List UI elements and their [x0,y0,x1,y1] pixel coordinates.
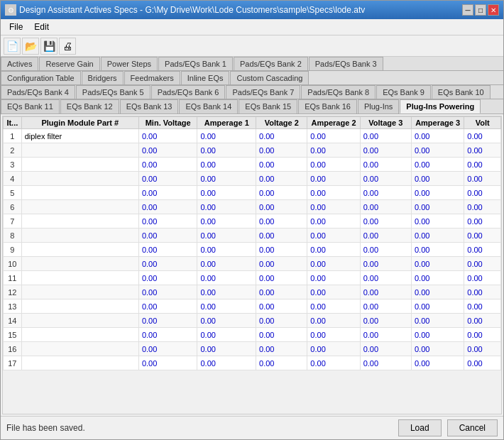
title-bar-left: ⚙ Design Assistant Actives Specs - G:\My… [5,4,365,16]
toolbar: 📄 📂 💾 🖨 [1,35,503,57]
tab-pads-eqs-bank1[interactable]: Pads/EQs Bank 1 [158,57,233,70]
tab-pads-eqs-bank5[interactable]: Pads/EQs Bank 5 [76,85,150,99]
table-row[interactable]: 120.000.000.000.000.000.000.00 [4,285,501,299]
minimize-button[interactable]: ─ [462,4,473,16]
tabs-row-4: EQs Bank 11 EQs Bank 12 EQs Bank 13 EQs … [1,99,503,114]
tab-eqs-bank11[interactable]: EQs Bank 11 [1,99,60,114]
table-row[interactable]: 150.000.000.000.000.000.000.00 [4,328,501,342]
tabs-row-1: Actives Reserve Gain Power Steps Pads/EQ… [1,57,503,71]
tab-custom-cascading[interactable]: Custom Cascading [230,71,309,84]
tab-actives[interactable]: Actives [1,57,38,70]
table-row[interactable]: 50.000.000.000.000.000.000.00 [4,186,501,200]
col-header-volt2: Voltage 2 [256,117,307,129]
tab-reserve-gain[interactable]: Reserve Gain [39,57,99,70]
tabs-row-2: Configuration Table Bridgers Feedmakers … [1,71,503,85]
cancel-button[interactable]: Cancel [447,419,498,436]
data-table: It... Plugin Module Part # Min. Voltage … [3,116,501,370]
col-header-volt4: Volt [464,117,501,129]
col-header-volt3: Voltage 3 [360,117,411,129]
tab-plug-ins[interactable]: Plug-Ins [358,99,399,114]
tab-eqs-bank10[interactable]: EQs Bank 10 [432,85,491,99]
tab-eqs-bank16[interactable]: EQs Bank 16 [298,99,357,114]
tab-eqs-bank13[interactable]: EQs Bank 13 [120,99,179,114]
table-row[interactable]: 40.000.000.000.000.000.000.00 [4,172,501,186]
table-row[interactable]: 80.000.000.000.000.000.000.00 [4,229,501,243]
menu-edit[interactable]: Edit [28,21,55,33]
tab-eqs-bank15[interactable]: EQs Bank 15 [239,99,297,114]
tab-eqs-bank9[interactable]: EQs Bank 9 [376,85,431,99]
save-button[interactable]: 💾 [40,38,57,55]
table-row[interactable]: 110.000.000.000.000.000.000.00 [4,271,501,285]
table-row[interactable]: 130.000.000.000.000.000.000.00 [4,299,501,314]
tab-configuration-table[interactable]: Configuration Table [1,71,81,84]
tab-power-steps[interactable]: Power Steps [101,57,158,70]
window-title: Design Assistant Actives Specs - G:\My D… [19,5,365,15]
col-header-amp1: Amperage 1 [197,117,256,129]
table-row[interactable]: 1diplex filter0.000.000.000.000.000.000.… [4,129,501,143]
content-area: It... Plugin Module Part # Min. Voltage … [1,114,503,416]
col-header-minvolt: Min. Voltage [138,117,197,129]
tabs-row-3: Pads/EQs Bank 4 Pads/EQs Bank 5 Pads/EQs… [1,85,503,99]
title-bar-buttons: ─ □ ✕ [462,4,499,16]
bottom-buttons: Load Cancel [398,419,498,436]
title-bar: ⚙ Design Assistant Actives Specs - G:\My… [1,1,503,19]
table-row[interactable]: 30.000.000.000.000.000.000.00 [4,158,501,172]
table-row[interactable]: 90.000.000.000.000.000.000.00 [4,243,501,257]
table-row[interactable]: 140.000.000.000.000.000.000.00 [4,314,501,328]
tab-pads-eqs-bank3[interactable]: Pads/EQs Bank 3 [309,57,383,70]
col-header-plugin: Plugin Module Part # [21,117,138,129]
tab-eqs-bank12[interactable]: EQs Bank 12 [60,99,119,114]
tab-pads-eqs-bank6[interactable]: Pads/EQs Bank 6 [151,85,226,99]
app-icon: ⚙ [5,4,16,16]
tab-eqs-bank14[interactable]: EQs Bank 14 [179,99,238,114]
open-button[interactable]: 📂 [22,38,39,55]
tab-bridgers[interactable]: Bridgers [82,71,124,84]
menu-file[interactable]: File [4,21,28,33]
table-row[interactable]: 100.000.000.000.000.000.000.00 [4,257,501,271]
table-row[interactable]: 60.000.000.000.000.000.000.00 [4,200,501,214]
col-header-amp3: Amperage 3 [411,117,464,129]
main-window: ⚙ Design Assistant Actives Specs - G:\My… [0,0,504,440]
tab-feedmakers[interactable]: Feedmakers [124,71,180,84]
maximize-button[interactable]: □ [475,4,486,16]
tab-inline-eqs[interactable]: Inline EQs [181,71,230,84]
new-button[interactable]: 📄 [4,38,21,55]
load-button[interactable]: Load [398,419,442,436]
col-header-item: It... [4,117,22,129]
tab-plug-ins-powering[interactable]: Plug-Ins Powering [400,99,481,114]
table-row[interactable]: 20.000.000.000.000.000.000.00 [4,143,501,158]
bottom-bar: File has been saved. Load Cancel [1,416,503,439]
print-button[interactable]: 🖨 [59,38,76,55]
table-row[interactable]: 70.000.000.000.000.000.000.00 [4,214,501,229]
menu-bar: File Edit [1,19,503,35]
table-row[interactable]: 170.000.000.000.000.000.000.00 [4,356,501,370]
table-row[interactable]: 160.000.000.000.000.000.000.00 [4,342,501,356]
tab-pads-eqs-bank4[interactable]: Pads/EQs Bank 4 [1,85,75,99]
table-container[interactable]: It... Plugin Module Part # Min. Voltage … [2,116,502,414]
tab-pads-eqs-bank7[interactable]: Pads/EQs Bank 7 [226,85,300,99]
tab-pads-eqs-bank2[interactable]: Pads/EQs Bank 2 [234,57,308,70]
tabs-container: Actives Reserve Gain Power Steps Pads/EQ… [1,57,503,114]
col-header-amp2: Amperage 2 [307,117,360,129]
close-button[interactable]: ✕ [488,4,499,16]
tab-pads-eqs-bank8[interactable]: Pads/EQs Bank 8 [301,85,376,99]
status-message: File has been saved. [6,423,85,433]
